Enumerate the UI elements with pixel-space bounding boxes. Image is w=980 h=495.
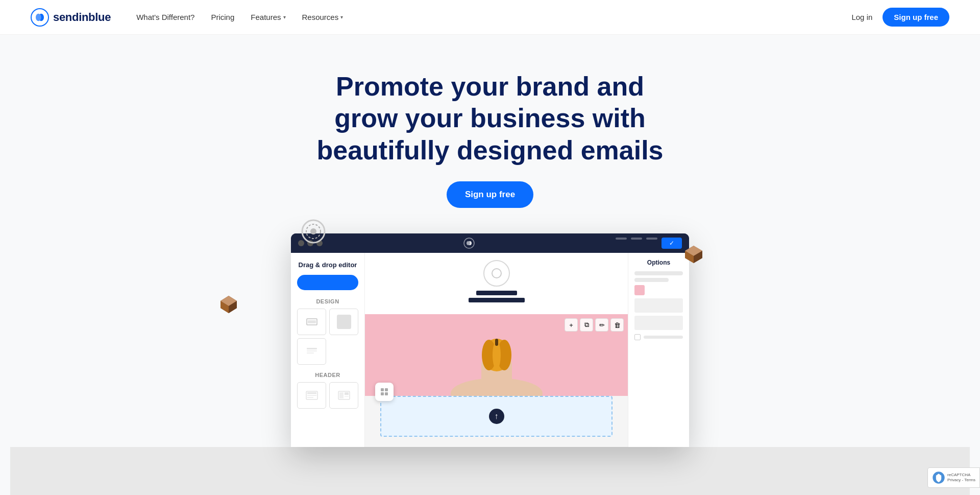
sidebar-editor-title: Drag & drop editor (297, 261, 358, 269)
svg-rect-15 (307, 348, 317, 349)
window-titlebar: ✓ (291, 233, 689, 253)
toolbar-add-btn[interactable]: + (565, 318, 578, 332)
svg-rect-33 (381, 388, 384, 391)
navbar: sendinblue What's Different? Pricing Fea… (0, 0, 980, 35)
drag-cursor-icon (375, 383, 394, 401)
svg-rect-16 (307, 350, 317, 351)
float-coin-icon (301, 219, 326, 244)
svg-rect-14 (308, 320, 316, 323)
email-image-block: + ⧉ ✏ 🗑 (365, 314, 628, 396)
sidebar-layout-2[interactable] (329, 309, 358, 335)
nav-links: What's Different? Pricing Features ▾ Res… (136, 13, 343, 21)
recaptcha-privacy: Privacy - Terms (947, 478, 975, 483)
email-upload-area[interactable]: ↑ (380, 396, 612, 437)
email-subtitle-bar (469, 298, 525, 302)
sidebar-action-button[interactable] (297, 275, 358, 290)
panel-color-swatch[interactable] (634, 285, 645, 295)
app-sidebar: Drag & drop editor Design (291, 253, 365, 447)
sidebar-design-label: Design (297, 298, 358, 304)
svg-rect-36 (385, 392, 388, 395)
svg-rect-20 (307, 395, 316, 396)
panel-line-3 (644, 336, 683, 339)
logo[interactable]: sendinblue (31, 8, 111, 27)
hero-signup-button[interactable]: Sign up free (447, 181, 533, 208)
hero-title: Promote your brand and grow your busines… (311, 70, 669, 166)
app-right-panel: Options (628, 253, 689, 447)
panel-input-1[interactable] (634, 298, 683, 313)
svg-rect-19 (307, 392, 316, 394)
app-canvas: + ⧉ ✏ 🗑 ↑ (365, 253, 628, 447)
login-button[interactable]: Log in (851, 13, 872, 21)
app-content: Drag & drop editor Design (291, 253, 689, 447)
toolbar-edit-btn[interactable]: ✏ (595, 318, 608, 332)
logo-text: sendinblue (53, 11, 111, 24)
svg-rect-24 (345, 392, 349, 395)
nav-whats-different[interactable]: What's Different? (136, 13, 194, 21)
float-cube-right-icon (683, 244, 704, 265)
features-chevron-icon: ▾ (283, 14, 286, 20)
image-toolbar: + ⧉ ✏ 🗑 (565, 318, 624, 332)
sidebar-header-2[interactable] (329, 382, 358, 409)
svg-rect-34 (385, 388, 388, 391)
sidebar-design-grid (297, 309, 358, 365)
panel-line-1 (634, 271, 683, 275)
window-check-button[interactable]: ✓ (662, 238, 682, 249)
recaptcha-badge: reCAPTCHA Privacy - Terms (927, 467, 980, 488)
panel-input-2[interactable] (634, 316, 683, 330)
svg-rect-35 (381, 392, 384, 395)
sidebar-header-1[interactable] (297, 382, 326, 409)
svg-rect-32 (495, 339, 498, 346)
panel-line-2 (634, 278, 669, 282)
nav-pricing[interactable]: Pricing (211, 13, 234, 21)
navbar-left: sendinblue What's Different? Pricing Fea… (31, 8, 343, 27)
sidebar-header-grid (297, 382, 358, 409)
recaptcha-label: reCAPTCHA (947, 473, 975, 478)
window-logo-icon (463, 238, 475, 249)
window-dots: ✓ (616, 238, 682, 249)
panel-checkbox-row (634, 334, 683, 340)
svg-rect-23 (339, 392, 344, 398)
navbar-right: Log in Sign up free (851, 8, 949, 27)
resources-chevron-icon: ▾ (340, 14, 343, 20)
email-logo-placeholder (483, 260, 510, 287)
email-title-bar (476, 291, 517, 295)
toolbar-delete-btn[interactable]: 🗑 (610, 318, 624, 332)
upload-icon: ↑ (489, 409, 504, 424)
toolbar-copy-btn[interactable]: ⧉ (580, 318, 593, 332)
svg-rect-25 (345, 396, 349, 397)
sidebar-layout-3[interactable] (297, 338, 326, 365)
sendinblue-logo-icon (31, 8, 49, 27)
nav-resources[interactable]: Resources ▾ (302, 13, 344, 21)
panel-checkbox[interactable] (634, 334, 641, 340)
product-area: ✓ Drag & drop editor Design (10, 233, 970, 447)
recaptcha-logo-icon (932, 471, 945, 484)
hero-section: Promote your brand and grow your busines… (0, 35, 980, 495)
svg-rect-17 (307, 352, 314, 353)
signup-button-nav[interactable]: Sign up free (883, 8, 949, 27)
float-cube-left-icon (219, 295, 238, 315)
nav-features[interactable]: Features ▾ (251, 13, 285, 21)
sidebar-layout-1[interactable] (297, 309, 326, 335)
sidebar-header-label: Header (297, 372, 358, 378)
bottom-section (10, 447, 970, 495)
email-top-area (365, 253, 628, 314)
panel-options-title: Options (634, 259, 683, 266)
svg-point-3 (310, 228, 316, 234)
app-window: ✓ Drag & drop editor Design (291, 233, 689, 447)
svg-rect-21 (307, 397, 313, 398)
